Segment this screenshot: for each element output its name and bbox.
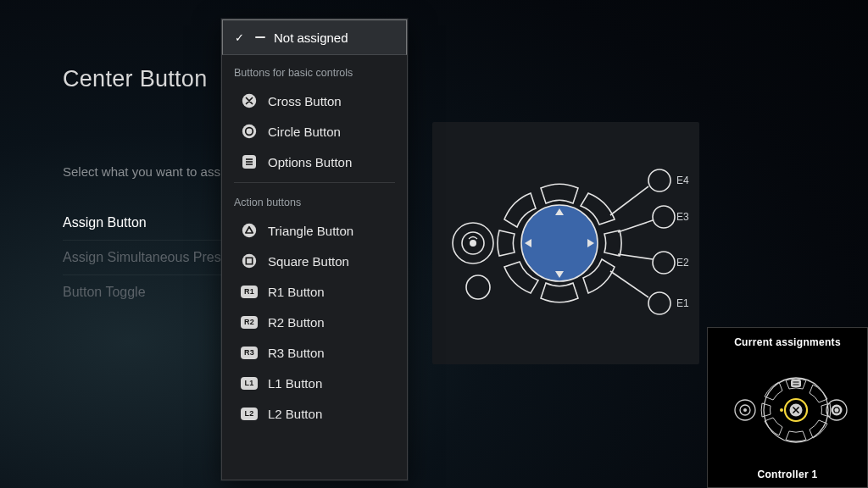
circle-icon bbox=[241, 123, 258, 140]
dropdown-item-cross[interactable]: Cross Button bbox=[222, 86, 407, 116]
dropdown-item-square[interactable]: Square Button bbox=[222, 246, 407, 276]
dropdown-item-r3[interactable]: R3 R3 Button bbox=[222, 337, 407, 368]
current-assignments-title: Current assignments bbox=[734, 336, 841, 348]
svg-point-24 bbox=[242, 224, 256, 237]
dropdown-item-l2[interactable]: L2 L2 Button bbox=[222, 398, 407, 429]
svg-point-16 bbox=[648, 292, 670, 314]
dropdown-item-circle[interactable]: Circle Button bbox=[222, 116, 407, 147]
svg-line-15 bbox=[610, 271, 648, 297]
expansion-label-e3: E3 bbox=[676, 211, 689, 223]
svg-point-10 bbox=[648, 169, 670, 191]
svg-point-12 bbox=[653, 206, 675, 228]
r3-icon: R3 bbox=[241, 344, 258, 361]
svg-point-14 bbox=[653, 252, 675, 274]
current-assignments-footer: Controller 1 bbox=[758, 469, 818, 480]
svg-rect-29 bbox=[791, 380, 801, 387]
dropdown-group-basic-title: Buttons for basic controls bbox=[222, 55, 407, 86]
svg-point-36 bbox=[832, 405, 843, 416]
controller-diagram bbox=[432, 122, 699, 364]
svg-point-34 bbox=[780, 408, 783, 412]
svg-point-18 bbox=[242, 125, 256, 138]
svg-point-0 bbox=[521, 205, 598, 281]
square-icon bbox=[241, 252, 258, 269]
expansion-label-e1: E1 bbox=[676, 297, 689, 309]
options-icon bbox=[241, 153, 258, 170]
not-assigned-icon bbox=[255, 36, 265, 38]
dropdown-item-triangle[interactable]: Triangle Button bbox=[222, 215, 407, 246]
svg-point-8 bbox=[466, 275, 490, 299]
svg-line-11 bbox=[618, 220, 653, 232]
r2-icon: R2 bbox=[241, 313, 258, 330]
dropdown-group-action-title: Action buttons bbox=[222, 185, 407, 215]
mini-controller-diagram bbox=[720, 352, 855, 469]
svg-line-9 bbox=[610, 186, 648, 215]
dropdown-separator bbox=[234, 182, 395, 183]
dropdown-item-r2[interactable]: R2 R2 Button bbox=[222, 307, 407, 337]
svg-point-26 bbox=[242, 254, 256, 268]
l2-icon: L2 bbox=[241, 405, 258, 422]
dropdown-selected-row[interactable]: ✓ Not assigned bbox=[222, 19, 407, 55]
cross-icon bbox=[241, 92, 258, 109]
r1-icon: R1 bbox=[241, 283, 258, 300]
assignment-dropdown[interactable]: ✓ Not assigned Buttons for basic control… bbox=[221, 19, 408, 480]
svg-point-40 bbox=[743, 408, 747, 412]
check-icon: ✓ bbox=[235, 31, 247, 44]
dropdown-selected-label: Not assigned bbox=[274, 30, 348, 45]
dropdown-item-l1[interactable]: L1 L1 Button bbox=[222, 368, 407, 398]
expansion-label-e4: E4 bbox=[676, 175, 689, 186]
triangle-icon bbox=[241, 222, 258, 239]
svg-point-7 bbox=[470, 240, 476, 247]
expansion-label-e2: E2 bbox=[676, 257, 689, 269]
l1-icon: L1 bbox=[241, 374, 258, 391]
current-assignments-panel: Current assignments bbox=[707, 327, 868, 488]
dropdown-item-options[interactable]: Options Button bbox=[222, 147, 407, 177]
svg-line-13 bbox=[618, 254, 653, 259]
dropdown-item-r1[interactable]: R1 R1 Button bbox=[222, 276, 407, 307]
controller-diagram-panel: E4 E3 E2 E1 bbox=[432, 122, 699, 364]
